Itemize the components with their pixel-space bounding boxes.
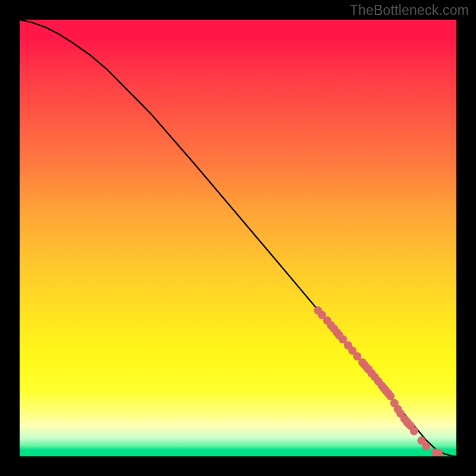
plot-area (20, 20, 456, 456)
chart-svg (20, 20, 456, 456)
chart-frame: TheBottleneck.com (0, 0, 476, 476)
data-markers-group (314, 306, 443, 456)
watermark-text: TheBottleneck.com (350, 2, 469, 18)
data-marker (410, 427, 418, 435)
plot-inner (20, 20, 456, 456)
data-marker (386, 392, 394, 400)
data-marker (422, 442, 430, 450)
